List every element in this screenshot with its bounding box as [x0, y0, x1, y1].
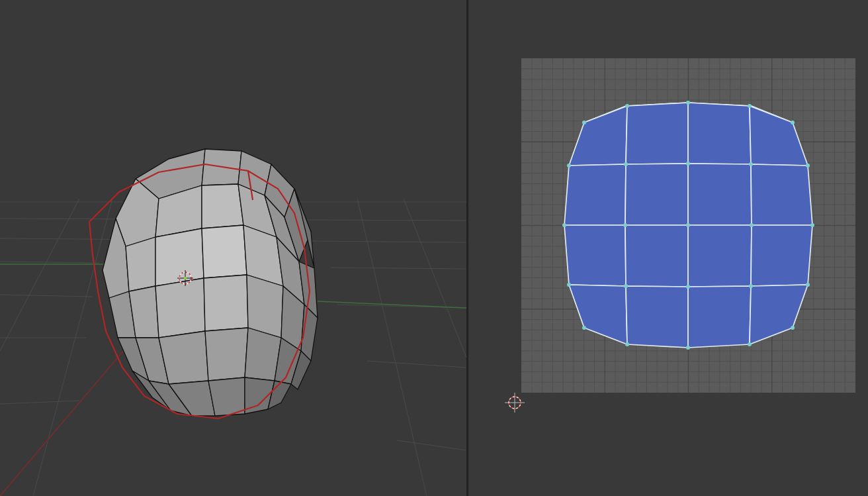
- svg-point-153: [686, 223, 690, 227]
- uv-editor[interactable]: [468, 0, 868, 496]
- svg-line-5: [0, 295, 93, 297]
- svg-point-161: [582, 326, 586, 330]
- svg-line-14: [0, 199, 79, 351]
- svg-line-3: [0, 262, 99, 263]
- svg-point-158: [686, 285, 690, 289]
- svg-marker-126: [626, 103, 688, 164]
- svg-marker-35: [155, 278, 205, 338]
- svg-point-142: [625, 104, 629, 108]
- svg-line-4: [331, 268, 466, 269]
- quad-sphere-mesh[interactable]: [103, 149, 318, 416]
- svg-marker-36: [204, 275, 248, 331]
- svg-point-143: [686, 101, 690, 105]
- svg-point-145: [791, 121, 795, 124]
- svg-marker-27: [126, 237, 155, 291]
- svg-marker-132: [751, 164, 812, 225]
- svg-point-148: [686, 162, 690, 166]
- svg-marker-130: [625, 164, 688, 225]
- svg-point-149: [749, 162, 753, 166]
- svg-marker-21: [202, 184, 243, 228]
- svg-marker-129: [564, 164, 626, 225]
- svg-point-150: [806, 164, 810, 168]
- svg-marker-135: [688, 225, 752, 287]
- svg-marker-127: [688, 103, 751, 164]
- svg-point-165: [791, 326, 795, 330]
- svg-marker-138: [626, 286, 688, 348]
- svg-line-11: [33, 199, 112, 496]
- svg-point-146: [567, 164, 571, 168]
- svg-marker-37: [247, 275, 283, 338]
- svg-marker-50: [208, 377, 245, 416]
- viewport-3d[interactable]: [0, 0, 468, 496]
- svg-point-154: [750, 223, 754, 227]
- uv-editor-canvas[interactable]: [468, 0, 868, 496]
- svg-point-162: [625, 342, 629, 346]
- svg-point-144: [748, 104, 752, 108]
- svg-marker-29: [202, 225, 247, 278]
- svg-point-151: [562, 223, 566, 227]
- svg-line-13: [404, 199, 466, 358]
- svg-point-58: [184, 277, 187, 279]
- cursor-2d: [505, 393, 525, 413]
- svg-marker-134: [625, 225, 688, 287]
- svg-line-12: [357, 199, 427, 496]
- svg-point-164: [748, 342, 752, 346]
- svg-marker-136: [751, 225, 812, 286]
- svg-point-157: [624, 284, 628, 288]
- svg-marker-139: [688, 286, 751, 348]
- svg-point-155: [810, 223, 814, 227]
- svg-marker-43: [205, 328, 248, 381]
- svg-point-159: [749, 284, 753, 288]
- svg-marker-131: [688, 164, 752, 225]
- svg-point-141: [582, 121, 586, 124]
- viewport-3d-canvas[interactable]: [0, 0, 466, 496]
- svg-point-147: [624, 162, 628, 166]
- svg-line-10: [397, 440, 466, 450]
- x-axis-2: [331, 172, 466, 222]
- svg-marker-133: [564, 225, 626, 286]
- svg-line-9: [0, 401, 79, 404]
- svg-point-156: [567, 283, 571, 287]
- svg-point-163: [686, 346, 690, 350]
- svg-point-152: [623, 223, 627, 227]
- svg-point-160: [806, 283, 810, 287]
- svg-line-8: [367, 361, 466, 368]
